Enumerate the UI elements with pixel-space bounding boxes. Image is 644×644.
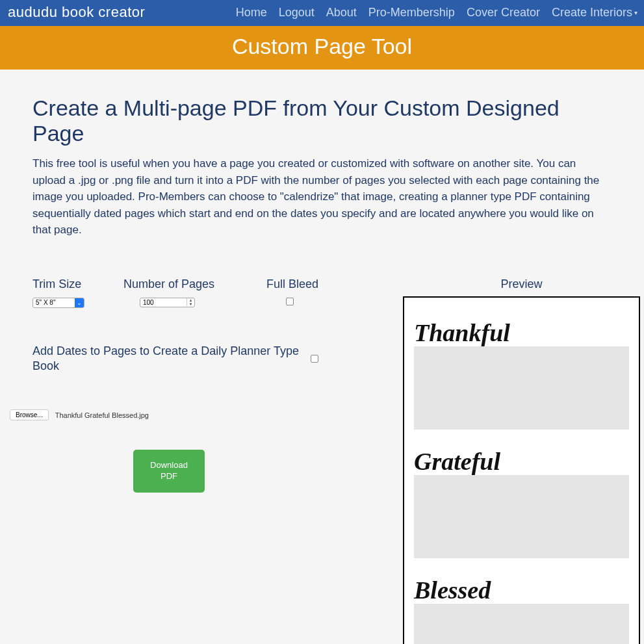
trim-size-value: 5" X 8" <box>33 298 75 307</box>
preview-label: Preview <box>403 277 640 291</box>
nav-home[interactable]: Home <box>236 6 267 19</box>
form-left: Trim Size 5" X 8" ⌄ Number of Pages 100 … <box>32 277 383 645</box>
banner-title: Custom Page Tool <box>232 34 412 58</box>
preview-block-1 <box>414 346 629 430</box>
add-dates-checkbox[interactable] <box>311 355 318 363</box>
num-pages-input[interactable]: 100 ▲▼ <box>140 298 195 307</box>
add-dates-row: Add Dates to Pages to Create a Daily Pla… <box>32 344 383 374</box>
preview-section-3: Blessed <box>414 578 629 645</box>
nav-about[interactable]: About <box>326 6 357 19</box>
add-dates-label: Add Dates to Pages to Create a Daily Pla… <box>32 344 305 374</box>
trim-size-select[interactable]: 5" X 8" ⌄ <box>32 298 84 308</box>
top-nav: aududu book creator Home Logout About Pr… <box>0 0 644 26</box>
full-bleed-group: Full Bleed <box>266 277 318 308</box>
page-description: This free tool is useful when you have a… <box>32 155 612 238</box>
brand-logo[interactable]: aududu book creator <box>8 4 145 21</box>
nav-create-interiors[interactable]: Create Interiors <box>552 6 638 19</box>
main-container: Create a Multi-page PDF from Your Custom… <box>0 70 644 644</box>
trim-size-group: Trim Size 5" X 8" ⌄ <box>32 277 84 308</box>
num-pages-group: Number of Pages 100 ▲▼ <box>123 277 214 308</box>
full-bleed-checkbox[interactable] <box>286 298 294 305</box>
nav-logout[interactable]: Logout <box>279 6 315 19</box>
preview-section-1: Thankful <box>414 320 629 430</box>
trim-size-label: Trim Size <box>32 277 81 291</box>
preview-block-2 <box>414 475 629 558</box>
preview-block-3 <box>414 604 629 645</box>
page-banner: Custom Page Tool <box>0 26 644 70</box>
preview-heading-3: Blessed <box>414 578 629 602</box>
form-row: Trim Size 5" X 8" ⌄ Number of Pages 100 … <box>32 277 612 645</box>
file-upload-row: Browse... Thankful Grateful Blessed.jpg <box>10 409 383 420</box>
download-pdf-button[interactable]: Download PDF <box>133 450 205 493</box>
spinner-icon: ▲▼ <box>187 298 194 306</box>
preview-section-2: Grateful <box>414 449 629 558</box>
preview-heading-1: Thankful <box>414 320 629 345</box>
uploaded-file-name: Thankful Grateful Blessed.jpg <box>55 411 149 419</box>
preview-heading-2: Grateful <box>414 449 629 474</box>
preview-box: Thankful Grateful Blessed <box>403 296 640 645</box>
controls-top: Trim Size 5" X 8" ⌄ Number of Pages 100 … <box>32 277 383 308</box>
num-pages-value: 100 <box>140 298 187 307</box>
browse-button[interactable]: Browse... <box>10 409 49 420</box>
num-pages-label: Number of Pages <box>123 277 214 291</box>
nav-cover-creator[interactable]: Cover Creator <box>467 6 540 19</box>
nav-links: Home Logout About Pro-Membership Cover C… <box>236 6 638 19</box>
preview-column: Preview Thankful Grateful Blessed <box>403 277 640 645</box>
nav-pro-membership[interactable]: Pro-Membership <box>368 6 455 19</box>
page-title: Create a Multi-page PDF from Your Custom… <box>32 96 612 146</box>
full-bleed-label: Full Bleed <box>266 277 318 291</box>
select-arrow-icon: ⌄ <box>75 298 84 307</box>
